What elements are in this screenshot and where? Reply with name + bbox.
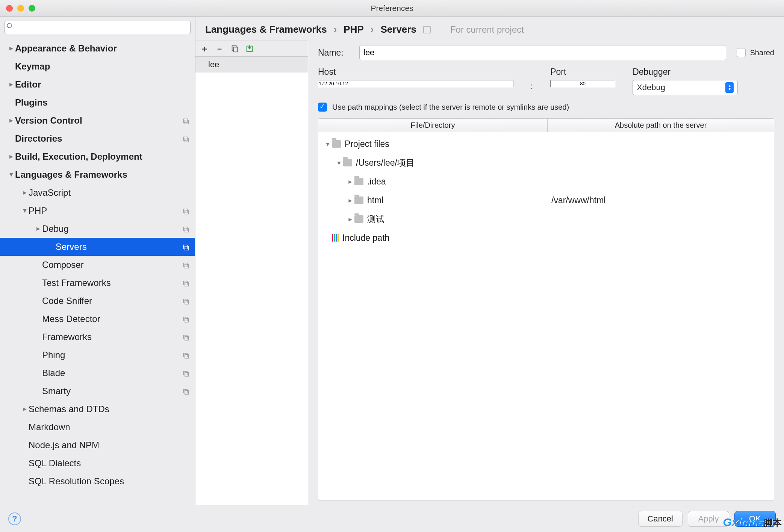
sidebar-item-node-js-and-npm[interactable]: Node.js and NPM — [0, 436, 195, 454]
copy-icon[interactable] — [229, 44, 240, 54]
crumb-root[interactable]: Languages & Frameworks — [205, 24, 327, 35]
sidebar-item-composer[interactable]: Composer — [0, 256, 195, 274]
per-project-icon — [182, 387, 190, 395]
sidebar-item-directories[interactable]: Directories — [0, 130, 195, 148]
svg-rect-5 — [185, 210, 189, 214]
svg-rect-27 — [233, 47, 238, 52]
sidebar-item-label: Code Sniffer — [42, 296, 182, 306]
sidebar-item-label: Phing — [42, 350, 182, 360]
path-row[interactable]: ►.idea — [318, 172, 774, 191]
debugger-select[interactable]: Xdebug ▲▼ — [633, 80, 738, 95]
folder-icon — [354, 196, 363, 204]
sidebar-item-sql-resolution-scopes[interactable]: SQL Resolution Scopes — [0, 472, 195, 490]
chevron-icon: ► — [8, 81, 15, 88]
svg-rect-4 — [183, 209, 187, 213]
sidebar-item-label: PHP — [29, 206, 182, 216]
sidebar-item-sql-dialects[interactable]: SQL Dialects — [0, 454, 195, 472]
debugger-label: Debugger — [633, 67, 738, 77]
sidebar-item-keymap[interactable]: Keymap — [0, 57, 195, 76]
sidebar-item-label: Keymap — [15, 61, 190, 72]
host-port-separator: : — [531, 67, 533, 95]
svg-rect-20 — [183, 353, 187, 357]
sidebar-item-label: Build, Execution, Deployment — [15, 151, 190, 162]
sidebar-item-debug[interactable]: ►Debug — [0, 220, 195, 238]
path-label: 测试 — [367, 213, 384, 225]
name-field[interactable] — [359, 45, 726, 60]
sidebar-item-php[interactable]: ▼PHP — [0, 202, 195, 220]
apply-button[interactable]: Apply — [688, 511, 729, 527]
sidebar-item-smarty[interactable]: Smarty — [0, 382, 195, 400]
add-button[interactable]: ＋ — [199, 44, 210, 54]
path-row[interactable]: ▼Project files — [318, 135, 774, 153]
host-field[interactable] — [318, 80, 513, 87]
dialog-footer: ? Cancel Apply OK — [0, 505, 784, 532]
sidebar-item-editor[interactable]: ►Editor — [0, 76, 195, 94]
svg-rect-0 — [183, 119, 187, 122]
sidebar-item-label: Frameworks — [42, 332, 182, 342]
svg-rect-19 — [185, 337, 189, 340]
name-label: Name: — [318, 48, 359, 58]
host-label: Host — [318, 67, 513, 77]
include-path-icon — [332, 234, 339, 242]
sidebar-item-javascript[interactable]: ►JavaScript — [0, 184, 195, 202]
column-absolute-path[interactable]: Absolute path on the server — [548, 119, 774, 132]
sidebar-item-schemas-and-dtds[interactable]: ►Schemas and DTDs — [0, 400, 195, 418]
sidebar-item-code-sniffer[interactable]: Code Sniffer — [0, 292, 195, 310]
sidebar-item-frameworks[interactable]: Frameworks — [0, 328, 195, 346]
path-row[interactable]: ▼/Users/lee/项目 — [318, 153, 774, 172]
per-project-icon — [182, 225, 190, 233]
absolute-path-cell[interactable]: /var/www/html — [548, 195, 774, 206]
sidebar-item-appearance-behavior[interactable]: ►Appearance & Behavior — [0, 39, 195, 57]
sidebar-item-label: Markdown — [29, 422, 190, 432]
sidebar-item-label: Debug — [42, 224, 182, 234]
per-project-icon — [182, 315, 190, 323]
preferences-tree[interactable]: ►Appearance & BehaviorKeymap►EditorPlugi… — [0, 38, 195, 505]
port-field[interactable] — [550, 80, 615, 87]
sidebar-item-mess-detector[interactable]: Mess Detector — [0, 310, 195, 328]
path-row[interactable]: ►html/var/www/html — [318, 191, 774, 210]
servers-list[interactable]: lee — [195, 57, 308, 505]
ok-button[interactable]: OK — [734, 511, 776, 527]
path-mappings-body[interactable]: ▼Project files▼/Users/lee/项目►.idea►html/… — [318, 132, 774, 500]
sidebar-item-servers[interactable]: Servers — [0, 238, 195, 256]
path-mappings-checkbox[interactable] — [318, 103, 327, 112]
project-scope-icon — [423, 26, 431, 33]
per-project-icon — [182, 261, 190, 269]
folder-icon — [343, 159, 352, 166]
servers-toolbar: ＋ － — [195, 41, 308, 57]
sidebar-item-version-control[interactable]: ►Version Control — [0, 112, 195, 130]
server-item[interactable]: lee — [195, 57, 308, 73]
sidebar-item-blade[interactable]: Blade — [0, 364, 195, 382]
server-detail-panel: Name: Shared Host : — [308, 41, 784, 505]
help-button[interactable]: ? — [8, 512, 21, 525]
column-file-directory[interactable]: File/Directory — [318, 119, 548, 132]
sidebar-item-languages-frameworks[interactable]: ▼Languages & Frameworks — [0, 166, 195, 184]
svg-rect-21 — [185, 355, 189, 358]
select-arrows-icon: ▲▼ — [725, 82, 734, 93]
shared-checkbox[interactable] — [737, 48, 746, 57]
path-row[interactable]: Include path — [318, 228, 774, 247]
path-row[interactable]: ►测试 — [318, 210, 774, 228]
per-project-icon — [182, 135, 190, 142]
import-icon[interactable] — [244, 44, 255, 54]
sidebar-item-markdown[interactable]: Markdown — [0, 418, 195, 436]
sidebar-item-label: SQL Resolution Scopes — [29, 476, 190, 487]
sidebar-item-test-frameworks[interactable]: Test Frameworks — [0, 274, 195, 292]
debugger-value: Xdebug — [637, 83, 665, 92]
sidebar-item-build-execution-deployment[interactable]: ►Build, Execution, Deployment — [0, 148, 195, 166]
crumb-mid[interactable]: PHP — [344, 24, 363, 35]
chevron-icon: ► — [8, 45, 15, 52]
sidebar-item-plugins[interactable]: Plugins — [0, 94, 195, 112]
chevron-icon: ► — [346, 178, 354, 185]
svg-rect-22 — [183, 371, 187, 375]
chevron-icon: ► — [35, 225, 42, 232]
search-input[interactable] — [5, 21, 191, 34]
remove-button[interactable]: － — [214, 44, 225, 54]
folder-icon — [332, 140, 341, 148]
sidebar-item-phing[interactable]: Phing — [0, 346, 195, 364]
sidebar-item-label: Languages & Frameworks — [15, 169, 190, 180]
cancel-button[interactable]: Cancel — [638, 511, 683, 527]
chevron-icon: ▼ — [8, 171, 15, 178]
per-project-icon — [182, 117, 190, 124]
sidebar-item-label: Blade — [42, 368, 182, 378]
